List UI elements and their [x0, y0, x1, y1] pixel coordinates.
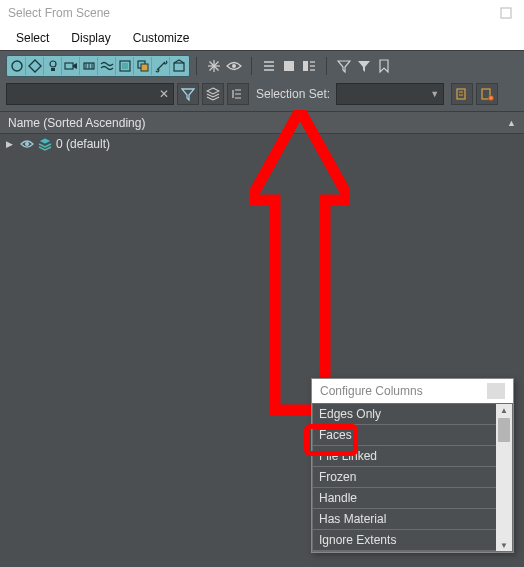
detail-view-icon[interactable]	[299, 56, 319, 76]
name-search-field[interactable]: ✕	[6, 83, 174, 105]
funnel-clear-icon[interactable]	[354, 56, 374, 76]
list-item-label: Edges Only	[319, 407, 381, 421]
save-selection-set-icon[interactable]	[476, 83, 498, 105]
clear-search-icon[interactable]: ✕	[159, 87, 169, 101]
hierarchy-view-icon[interactable]	[279, 56, 299, 76]
list-item-label: Frozen	[319, 470, 356, 484]
window-button[interactable]	[496, 3, 516, 23]
sort-ascending-icon: ▲	[507, 118, 516, 128]
menu-customize[interactable]: Customize	[131, 29, 192, 47]
svg-point-1	[12, 61, 22, 71]
svg-rect-22	[284, 61, 294, 71]
svg-point-2	[50, 61, 56, 67]
close-popup-button[interactable]	[487, 383, 505, 399]
funnel-toggle-icon[interactable]	[177, 83, 199, 105]
list-item-label: File Linked	[319, 449, 377, 463]
eye-icon[interactable]	[224, 56, 244, 76]
svg-rect-0	[501, 8, 511, 18]
group-icon[interactable]	[116, 57, 134, 75]
scroll-thumb[interactable]	[498, 418, 510, 442]
create-selection-set-icon[interactable]	[451, 83, 473, 105]
selection-set-label: Selection Set:	[256, 87, 330, 101]
column-header[interactable]: Name (Sorted Ascending) ▲	[0, 112, 524, 134]
svg-point-18	[232, 64, 236, 68]
configure-columns-popup: Configure Columns Edges Only Faces File …	[311, 378, 514, 553]
svg-rect-23	[303, 61, 308, 71]
svg-rect-10	[122, 63, 128, 69]
display-all-icon[interactable]	[8, 57, 26, 75]
toolbar: ✕ Selection Set: ▼	[0, 50, 524, 112]
expand-arrow-icon[interactable]: ▶	[6, 139, 16, 149]
svg-rect-13	[174, 63, 184, 71]
list-view-icon[interactable]	[259, 56, 279, 76]
selection-set-dropdown[interactable]: ▼	[336, 83, 444, 105]
funnel-icon[interactable]	[334, 56, 354, 76]
visibility-eye-icon[interactable]	[20, 137, 34, 151]
svg-rect-12	[141, 64, 148, 71]
configure-columns-titlebar: Configure Columns	[312, 379, 513, 403]
tree-row-label: 0 (default)	[56, 137, 110, 151]
expand-collapse-icon[interactable]	[227, 83, 249, 105]
svg-point-31	[489, 96, 494, 101]
configure-columns-list: Edges Only Faces File Linked Frozen Hand…	[312, 403, 513, 552]
layer-stack-icon[interactable]	[38, 137, 52, 151]
display-filter-group	[6, 55, 190, 77]
title-bar: Select From Scene	[0, 0, 524, 26]
configure-columns-title: Configure Columns	[320, 384, 423, 398]
list-item[interactable]: Handle	[313, 488, 496, 509]
menu-display[interactable]: Display	[69, 29, 112, 47]
snowflake-icon[interactable]	[204, 56, 224, 76]
scroll-down-icon[interactable]: ▼	[496, 539, 512, 551]
list-item-label: Handle	[319, 491, 357, 505]
list-item-label: Ignore Extents	[319, 533, 396, 547]
scroll-up-icon[interactable]: ▲	[496, 404, 512, 416]
list-item[interactable]: Ignore Extents	[313, 530, 496, 551]
spacewarp-icon[interactable]	[98, 57, 116, 75]
column-header-label: Name (Sorted Ascending)	[8, 116, 145, 130]
svg-rect-4	[65, 63, 73, 69]
tree-row[interactable]: ▶ 0 (default)	[0, 134, 524, 154]
list-item[interactable]: Faces	[313, 425, 496, 446]
list-item-label: Has Material	[319, 512, 386, 526]
list-item-label: Faces	[319, 428, 352, 442]
geometry-icon[interactable]	[26, 57, 44, 75]
menu-bar: Select Display Customize	[0, 26, 524, 50]
svg-rect-27	[457, 89, 465, 99]
list-item[interactable]: Frozen	[313, 467, 496, 488]
container-icon[interactable]	[170, 57, 188, 75]
svg-point-32	[25, 142, 29, 146]
bone-icon[interactable]	[152, 57, 170, 75]
camera-icon[interactable]	[62, 57, 80, 75]
xref-icon[interactable]	[134, 57, 152, 75]
helper-icon[interactable]	[80, 57, 98, 75]
list-item[interactable]: Edges Only	[313, 404, 496, 425]
scrollbar[interactable]: ▲ ▼	[496, 404, 512, 551]
svg-rect-3	[51, 68, 55, 71]
light-icon[interactable]	[44, 57, 62, 75]
bookmark-icon[interactable]	[374, 56, 394, 76]
chevron-down-icon: ▼	[430, 89, 439, 99]
list-item[interactable]: File Linked	[313, 446, 496, 467]
list-item[interactable]: Has Material	[313, 509, 496, 530]
layers-icon[interactable]	[202, 83, 224, 105]
window-title: Select From Scene	[8, 6, 110, 20]
menu-select[interactable]: Select	[14, 29, 51, 47]
